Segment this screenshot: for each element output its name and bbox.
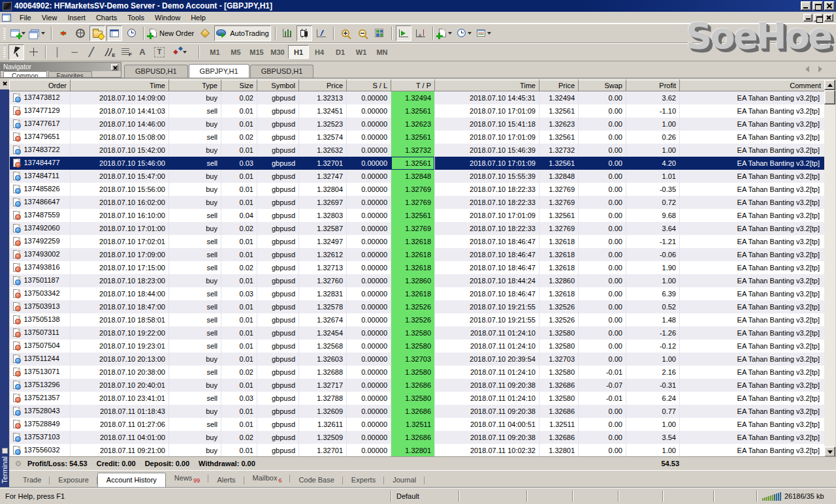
menu-item[interactable]: View bbox=[37, 12, 63, 23]
new-chart-button[interactable] bbox=[8, 25, 27, 41]
toolbar-grip[interactable] bbox=[3, 46, 6, 59]
navigator-title-bar[interactable]: Navigator bbox=[1, 63, 121, 71]
history-row[interactable]: 137505138 2018.07.10 18:58:01 sell 0.01 … bbox=[10, 313, 825, 326]
menu-item[interactable]: Help bbox=[185, 12, 211, 23]
column-header[interactable]: Order bbox=[10, 80, 71, 91]
chart-tab-gbpusd-1[interactable]: GBPUSD,H1 bbox=[124, 65, 188, 78]
history-row[interactable]: 137492060 2018.07.10 17:01:00 buy 0.02 g… bbox=[10, 222, 825, 235]
equidistant-channel-button[interactable]: E bbox=[101, 44, 116, 60]
status-profile[interactable]: Default bbox=[391, 490, 458, 502]
history-row[interactable]: 137493002 2018.07.10 17:09:00 sell 0.01 … bbox=[10, 248, 825, 261]
tab-account-history[interactable]: Account History bbox=[97, 473, 166, 488]
column-header[interactable]: Swap bbox=[579, 80, 626, 91]
cursor-button[interactable] bbox=[8, 44, 24, 60]
history-row[interactable]: 137528043 2018.07.11 01:18:43 buy 0.01 g… bbox=[10, 405, 825, 418]
indicators-list-button[interactable] bbox=[437, 25, 454, 41]
auto-scroll-button[interactable] bbox=[396, 25, 411, 41]
tile-windows-button[interactable] bbox=[372, 25, 387, 41]
history-row[interactable]: 137528849 2018.07.11 01:27:06 sell 0.01 … bbox=[10, 418, 825, 431]
scroll-down-icon[interactable] bbox=[824, 447, 835, 457]
timeframe-mn[interactable]: MN bbox=[372, 45, 393, 59]
column-header[interactable]: Time bbox=[71, 80, 169, 91]
history-row[interactable]: 137484711 2018.07.10 15:47:00 buy 0.01 g… bbox=[10, 170, 825, 183]
column-header[interactable]: Symbol bbox=[257, 80, 299, 91]
column-header[interactable]: Price bbox=[539, 80, 579, 91]
navigator-button[interactable] bbox=[89, 25, 105, 41]
tab-experts[interactable]: Experts bbox=[343, 473, 384, 488]
timeframe-m30[interactable]: M30 bbox=[267, 45, 288, 59]
history-row[interactable]: 137521357 2018.07.10 23:41:01 sell 0.03 … bbox=[10, 392, 825, 405]
candlestick-chart-button[interactable] bbox=[297, 25, 312, 41]
tabs-scroll-right-icon[interactable] bbox=[818, 66, 826, 72]
history-row[interactable]: 137556032 2018.07.11 09:21:00 buy 0.01 g… bbox=[10, 444, 825, 457]
zoom-in-button[interactable] bbox=[338, 25, 353, 41]
indicator-cube-button[interactable] bbox=[197, 25, 213, 41]
history-row[interactable]: 137513296 2018.07.10 20:40:01 buy 0.01 g… bbox=[10, 379, 825, 392]
chart-shift-button[interactable] bbox=[413, 25, 428, 41]
horizontal-line-button[interactable]: ─ bbox=[67, 44, 82, 60]
scroll-up-icon[interactable] bbox=[824, 80, 835, 90]
periods-button[interactable] bbox=[455, 25, 474, 41]
trendline-button[interactable]: ╱ bbox=[84, 44, 99, 60]
scroll-thumb[interactable] bbox=[824, 90, 835, 104]
column-header[interactable]: Price bbox=[299, 80, 347, 91]
timeframe-m1[interactable]: M1 bbox=[204, 45, 225, 59]
menu-item[interactable]: Insert bbox=[62, 12, 91, 23]
menu-item[interactable]: Charts bbox=[91, 12, 122, 23]
history-row[interactable]: 137487559 2018.07.10 16:10:00 sell 0.04 … bbox=[10, 209, 825, 222]
timeframe-h1[interactable]: H1 bbox=[288, 45, 309, 59]
toolbar-grip[interactable] bbox=[3, 27, 6, 40]
navigator-close-icon[interactable] bbox=[111, 64, 118, 71]
history-row[interactable]: 137483722 2018.07.10 15:42:00 buy 0.01 g… bbox=[10, 144, 825, 157]
menu-item[interactable]: Tools bbox=[122, 12, 150, 23]
history-row[interactable]: 137513071 2018.07.10 20:38:00 sell 0.02 … bbox=[10, 366, 825, 379]
terminal-close-button[interactable] bbox=[1, 80, 9, 88]
tab-code-base[interactable]: Code Base bbox=[290, 473, 342, 488]
line-chart-button[interactable] bbox=[314, 25, 329, 41]
column-header[interactable]: Time bbox=[435, 80, 539, 91]
history-row[interactable]: 137493816 2018.07.10 17:15:00 sell 0.02 … bbox=[10, 261, 825, 274]
strategy-tester-button[interactable] bbox=[123, 25, 139, 41]
chart-tab-gbpusd-2[interactable]: GBPUSD,H1 bbox=[250, 65, 314, 78]
history-row[interactable]: 137486647 2018.07.10 16:02:00 buy 0.01 g… bbox=[10, 196, 825, 209]
tabs-scroll-left-icon[interactable] bbox=[802, 66, 809, 72]
tab-mailbox[interactable]: Mailbox6 bbox=[244, 471, 291, 488]
menu-item[interactable]: File bbox=[14, 12, 37, 23]
chart-tab-gbpjpy[interactable]: GBPJPY,H1 bbox=[189, 64, 249, 78]
bar-chart-button[interactable] bbox=[280, 25, 295, 41]
history-row[interactable]: 137477129 2018.07.10 14:41:03 sell 0.01 … bbox=[10, 104, 825, 118]
history-row[interactable]: 137501187 2018.07.10 18:23:00 buy 0.01 g… bbox=[10, 274, 825, 287]
terminal-button[interactable] bbox=[106, 25, 122, 41]
history-row[interactable]: 137503342 2018.07.10 18:44:00 sell 0.03 … bbox=[10, 287, 825, 300]
minimize-button[interactable] bbox=[801, 1, 811, 10]
tab-journal[interactable]: Journal bbox=[384, 473, 425, 488]
column-header[interactable]: Size bbox=[221, 80, 257, 91]
column-header[interactable]: Comment bbox=[680, 80, 825, 91]
timeframe-m5[interactable]: M5 bbox=[225, 45, 246, 59]
navigator-tab[interactable]: Favorites bbox=[48, 71, 92, 78]
column-header[interactable]: Type bbox=[169, 80, 221, 91]
crosshair-button[interactable] bbox=[25, 44, 41, 60]
history-row[interactable]: 137507504 2018.07.10 19:23:01 sell 0.01 … bbox=[10, 339, 825, 353]
close-button[interactable] bbox=[824, 1, 835, 10]
history-row[interactable]: 137503913 2018.07.10 18:47:00 sell 0.01 … bbox=[10, 300, 825, 313]
history-row[interactable]: 137477617 2018.07.10 14:46:00 buy 0.01 g… bbox=[10, 118, 825, 131]
timeframe-w1[interactable]: W1 bbox=[351, 45, 372, 59]
column-header[interactable]: Profit bbox=[626, 80, 680, 91]
menu-item[interactable]: Window bbox=[150, 12, 185, 23]
history-row[interactable]: 137484477 2018.07.10 15:46:00 sell 0.03 … bbox=[10, 157, 825, 170]
column-header[interactable]: T / P bbox=[391, 80, 435, 91]
autotrading-button[interactable]: AutoTrading bbox=[214, 25, 271, 41]
timeframe-h4[interactable]: H4 bbox=[309, 45, 330, 59]
zoom-out-button[interactable] bbox=[355, 25, 370, 41]
history-row[interactable]: 137473812 2018.07.10 14:09:00 buy 0.02 g… bbox=[10, 91, 825, 104]
fibonacci-button[interactable]: F bbox=[118, 44, 133, 60]
column-header[interactable]: S / L bbox=[347, 80, 391, 91]
vertical-scrollbar[interactable] bbox=[824, 80, 835, 457]
templates-button[interactable] bbox=[475, 25, 493, 41]
history-row[interactable]: 137507311 2018.07.10 19:22:00 sell 0.01 … bbox=[10, 326, 825, 339]
text-button[interactable]: A bbox=[135, 44, 150, 60]
tab-trade[interactable]: Trade bbox=[14, 473, 50, 488]
new-order-button[interactable]: New Order bbox=[148, 25, 196, 41]
timeframe-m15[interactable]: M15 bbox=[246, 45, 267, 59]
